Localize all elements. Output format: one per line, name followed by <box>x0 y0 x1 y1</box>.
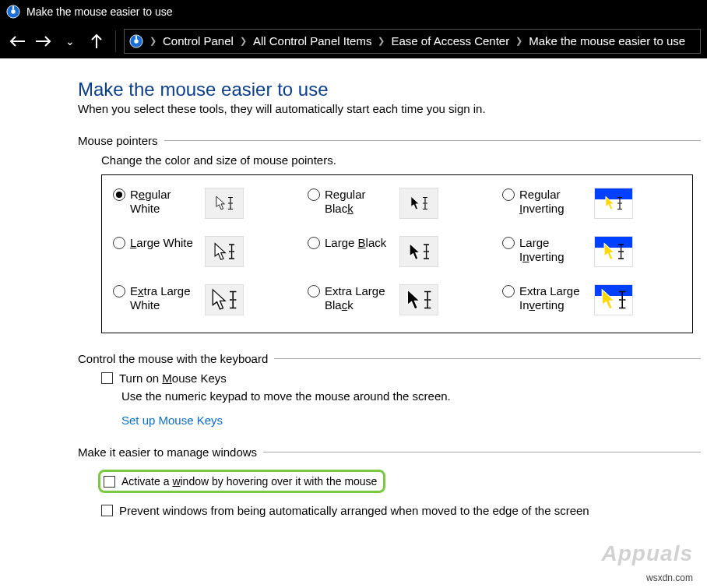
pointer-preview <box>594 236 633 267</box>
pointer-preview <box>399 284 438 315</box>
radio-button[interactable] <box>502 285 515 298</box>
pointer-preview <box>399 236 438 267</box>
radio-button[interactable] <box>113 188 125 201</box>
pointer-option[interactable]: Extra Large Inverting <box>502 280 681 325</box>
pointer-option[interactable]: Regular White <box>113 183 308 228</box>
section-label: Make it easier to manage windows <box>78 445 257 459</box>
pointer-label: Extra Large Inverting <box>519 284 589 312</box>
titlebar: Make the mouse easier to use <box>0 0 707 23</box>
pointer-label: Regular Black <box>325 188 395 216</box>
activate-hover-highlight: Activate a window by hovering over it wi… <box>98 470 385 493</box>
checkbox-label: Turn on Mouse Keys <box>119 371 227 385</box>
section-mouse-pointers: Mouse pointers <box>78 134 701 147</box>
radio-button[interactable] <box>308 188 320 201</box>
forward-button[interactable] <box>33 30 55 52</box>
radio-button[interactable] <box>502 188 515 201</box>
up-button[interactable] <box>86 30 107 52</box>
control-panel-icon <box>129 34 143 48</box>
pointer-option[interactable]: Large Inverting <box>502 231 681 276</box>
watermark: Appuals <box>602 541 693 566</box>
chevron-right-icon: ❯ <box>149 36 157 46</box>
mouse-keys-description: Use the numeric keypad to move the mouse… <box>121 389 701 403</box>
svg-rect-2 <box>12 6 14 10</box>
pointer-options-grid: Regular White Regular Black Regular Inve… <box>101 174 693 333</box>
svg-point-4 <box>134 39 138 43</box>
checkbox-label: Activate a window by hovering over it wi… <box>121 475 377 488</box>
svg-point-1 <box>11 9 15 13</box>
recent-dropdown[interactable]: ⌄ <box>59 30 81 52</box>
svg-rect-5 <box>135 35 137 39</box>
address-bar[interactable]: ❯ Control Panel ❯ All Control Panel Item… <box>124 29 701 54</box>
section-keyboard-mouse: Control the mouse with the keyboard <box>78 352 701 365</box>
chevron-right-icon: ❯ <box>378 36 385 46</box>
window-title: Make the mouse easier to use <box>26 5 173 18</box>
pointer-description: Change the color and size of mouse point… <box>101 153 701 167</box>
breadcrumb[interactable]: Ease of Access Center <box>391 34 509 48</box>
pointer-option[interactable]: Extra Large White <box>113 280 308 325</box>
nav-separator <box>115 30 116 52</box>
radio-button[interactable] <box>502 237 515 249</box>
pointer-preview <box>594 188 633 219</box>
radio-button[interactable] <box>308 285 320 298</box>
back-button[interactable] <box>6 30 28 52</box>
page-title: Make the mouse easier to use <box>78 79 701 100</box>
section-manage-windows: Make it easier to manage windows <box>78 445 701 459</box>
checkbox[interactable] <box>101 505 113 516</box>
chevron-right-icon: ❯ <box>515 36 522 46</box>
pointer-option[interactable]: Large White <box>113 231 308 276</box>
pointer-label: Large White <box>130 236 200 250</box>
pointer-preview <box>205 188 244 219</box>
checkbox[interactable] <box>101 372 113 384</box>
content-area: Make the mouse easier to use When you se… <box>0 58 701 517</box>
control-panel-icon <box>6 5 20 19</box>
section-label: Control the mouse with the keyboard <box>78 352 268 365</box>
pointer-label: Large Black <box>325 236 395 250</box>
breadcrumb[interactable]: Control Panel <box>163 34 234 48</box>
chevron-right-icon: ❯ <box>240 36 247 46</box>
pointer-option[interactable]: Extra Large Black <box>308 280 502 325</box>
pointer-label: Regular Inverting <box>519 188 589 216</box>
navbar: ⌄ ❯ Control Panel ❯ All Control Panel It… <box>0 23 707 58</box>
pointer-preview <box>205 236 244 267</box>
pointer-preview <box>594 284 633 315</box>
breadcrumb[interactable]: All Control Panel Items <box>253 34 372 48</box>
page-subtitle: When you select these tools, they will a… <box>78 102 701 115</box>
radio-button[interactable] <box>113 237 125 249</box>
mouse-keys-checkbox-row[interactable]: Turn on Mouse Keys <box>101 371 701 385</box>
pointer-option[interactable]: Regular Black <box>308 183 502 228</box>
radio-button[interactable] <box>113 285 125 298</box>
pointer-preview <box>399 188 438 219</box>
pointer-label: Extra Large Black <box>325 284 395 312</box>
pointer-label: Large Inverting <box>519 236 589 264</box>
setup-mouse-keys-link[interactable]: Set up Mouse Keys <box>121 414 223 427</box>
pointer-label: Regular White <box>130 188 200 216</box>
section-label: Mouse pointers <box>78 134 158 147</box>
pointer-option[interactable]: Large Black <box>308 231 502 276</box>
prevent-arrange-checkbox-row[interactable]: Prevent windows from being automatically… <box>101 504 701 517</box>
pointer-label: Extra Large White <box>130 284 200 312</box>
checkbox-label: Prevent windows from being automatically… <box>119 504 589 517</box>
pointer-option[interactable]: Regular Inverting <box>502 183 681 228</box>
radio-button[interactable] <box>308 237 320 249</box>
activate-hover-checkbox[interactable] <box>104 476 115 488</box>
source-url: wsxdn.com <box>646 572 693 583</box>
breadcrumb[interactable]: Make the mouse easier to use <box>529 34 685 48</box>
pointer-preview <box>205 284 244 315</box>
